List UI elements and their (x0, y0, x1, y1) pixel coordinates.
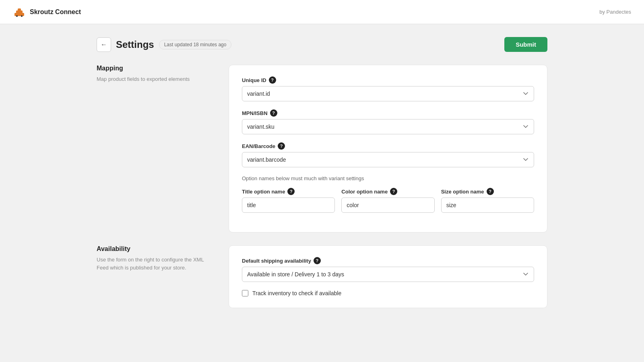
header-left: Skroutz Connect (13, 6, 81, 19)
mapping-section-left: Mapping Map product fields to exported e… (97, 65, 209, 232)
svg-rect-1 (16, 10, 23, 14)
color-option-field-group: Color option name ? (341, 188, 434, 213)
title-option-field-group: Title option name ? (242, 188, 335, 213)
ean-barcode-select[interactable]: variant.barcodevariant.skuproduct.id (242, 152, 534, 167)
title-option-label: Title option name ? (242, 188, 335, 195)
mpn-isbn-select[interactable]: variant.skuvariant.barcodeproduct.handle (242, 119, 534, 134)
default-shipping-field-group: Default shipping availability ? Availabl… (242, 257, 534, 282)
submit-button[interactable]: Submit (504, 37, 547, 52)
back-button[interactable]: ← (97, 37, 111, 52)
ean-barcode-field-group: EAN/Barcode ? variant.barcodevariant.sku… (242, 142, 534, 167)
top-bar-left: ← Settings Last updated 18 minutes ago (97, 37, 231, 52)
mpn-isbn-help-icon[interactable]: ? (270, 109, 277, 117)
app-name: Skroutz Connect (30, 8, 81, 16)
size-option-input[interactable] (441, 197, 534, 213)
availability-section-desc: Use the form on the right to configure t… (97, 256, 209, 272)
mapping-section-form: Unique ID ? variant.idproduct.idvariant.… (229, 65, 547, 232)
unique-id-select[interactable]: variant.idproduct.idvariant.sku (242, 86, 534, 101)
availability-section-form: Default shipping availability ? Availabl… (229, 245, 547, 308)
option-note: Option names below must much with varian… (242, 175, 534, 181)
default-shipping-label: Default shipping availability ? (242, 257, 534, 264)
availability-section-name: Availability (97, 245, 209, 253)
unique-id-help-icon[interactable]: ? (269, 76, 276, 84)
track-inventory-label[interactable]: Track inventory to check if available (252, 290, 341, 296)
last-updated-badge: Last updated 18 minutes ago (159, 40, 232, 49)
app-logo (13, 6, 26, 19)
ean-barcode-help-icon[interactable]: ? (278, 142, 285, 150)
ean-barcode-label: EAN/Barcode ? (242, 142, 534, 150)
unique-id-label: Unique ID ? (242, 76, 534, 84)
size-option-field-group: Size option name ? (441, 188, 534, 221)
color-option-label: Color option name ? (341, 188, 434, 195)
header-by: by Pandectes (599, 9, 631, 15)
title-option-input[interactable] (242, 197, 335, 213)
size-option-help-icon[interactable]: ? (487, 188, 494, 195)
default-shipping-select[interactable]: Available in store / Delivery 1 to 3 day… (242, 267, 534, 282)
option-names-row: Title option name ? Color option name ? … (242, 188, 534, 221)
svg-rect-2 (18, 8, 21, 11)
page-content: ← Settings Last updated 18 minutes ago S… (0, 24, 644, 334)
mpn-isbn-label: MPN/ISBN ? (242, 109, 534, 117)
color-option-help-icon[interactable]: ? (390, 188, 397, 195)
availability-section-left: Availability Use the form on the right t… (97, 245, 209, 308)
default-shipping-help-icon[interactable]: ? (314, 257, 321, 264)
size-option-label: Size option name ? (441, 188, 534, 195)
mapping-section-name: Mapping (97, 65, 209, 72)
svg-point-3 (16, 15, 18, 17)
track-inventory-row: Track inventory to check if available (242, 290, 534, 296)
track-inventory-checkbox[interactable] (242, 290, 248, 296)
page-title: Settings (116, 39, 154, 50)
unique-id-field-group: Unique ID ? variant.idproduct.idvariant.… (242, 76, 534, 101)
top-bar: ← Settings Last updated 18 minutes ago S… (97, 37, 547, 52)
mapping-section: Mapping Map product fields to exported e… (97, 65, 547, 232)
availability-section: Availability Use the form on the right t… (97, 245, 547, 308)
mapping-section-desc: Map product fields to exported elements (97, 75, 209, 83)
title-option-help-icon[interactable]: ? (287, 188, 295, 195)
mpn-isbn-field-group: MPN/ISBN ? variant.skuvariant.barcodepro… (242, 109, 534, 134)
color-option-input[interactable] (341, 197, 434, 213)
app-header: Skroutz Connect by Pandectes (0, 0, 644, 24)
svg-point-4 (21, 15, 23, 17)
